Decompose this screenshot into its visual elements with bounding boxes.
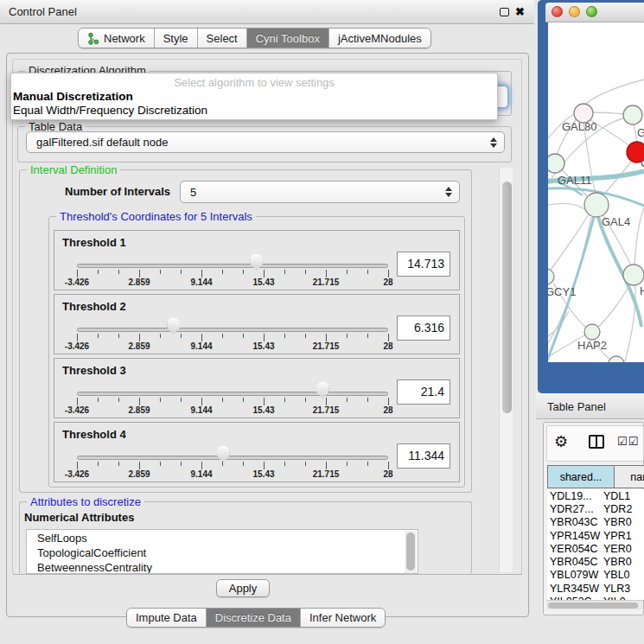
tab-infer-network[interactable]: Infer Network	[301, 609, 385, 627]
column-header-shared-name[interactable]: shared...	[547, 465, 614, 488]
threshold-1-slider-track[interactable]	[77, 264, 388, 268]
major-tick	[201, 270, 202, 277]
threshold-2-value-field[interactable]: 6.316	[397, 316, 450, 341]
axis-tick-label: -3.426	[65, 405, 89, 415]
minor-tick	[367, 334, 368, 338]
settings-scrollbar[interactable]	[499, 168, 513, 572]
node-h[interactable]	[623, 265, 644, 285]
threshold-4-slider-track[interactable]	[77, 456, 388, 460]
numerical-attributes-list[interactable]: SelfLoopsTopologicalCoefficientBetweenne…	[26, 529, 418, 574]
label-gcy1: GCY1	[548, 285, 576, 298]
combo-stepper-icon	[445, 187, 452, 197]
tab-style[interactable]: Style	[155, 29, 198, 48]
zoom-traffic-light-icon[interactable]	[586, 6, 597, 17]
threshold-4-value-field[interactable]: 11.344	[397, 443, 450, 469]
slider-tick-labels: -3.4262.8599.14415.4321.71528	[77, 405, 388, 417]
column-layout-icon[interactable]	[589, 435, 604, 449]
list-scrollbar[interactable]	[405, 531, 417, 574]
table-row[interactable]: YPR145WYPR1	[547, 529, 644, 542]
table-cell: YPR145W	[547, 530, 602, 542]
thresholds-group-title: Threshold's Coordinates for 5 Intervals	[56, 210, 256, 223]
major-tick	[326, 462, 327, 469]
gear-icon[interactable]: ⚙	[554, 432, 568, 451]
threshold-3-label: Threshold 3	[62, 364, 126, 377]
label-clipped-h: H	[640, 284, 644, 297]
minor-tick	[222, 270, 223, 274]
table-horizontal-scrollbar[interactable]	[546, 600, 643, 609]
node-gal11[interactable]	[548, 154, 564, 173]
algorithm-option[interactable]: Equal Width/Frequency Discretization	[13, 104, 207, 117]
minor-tick	[367, 270, 368, 274]
major-tick	[77, 270, 78, 277]
attribute-list-item[interactable]: BetweennessCentrality	[27, 559, 418, 574]
label-clipped-ga: GA	[637, 126, 644, 139]
algorithm-option[interactable]: Manual Discretization	[13, 90, 133, 103]
table-row[interactable]: YER054CYER0	[547, 542, 644, 555]
table-rows[interactable]: YDL19...YDL1YDR27...YDR2YBR043CYBR0YPR14…	[547, 489, 644, 600]
table-row[interactable]: YLR345WYLR3	[547, 582, 644, 595]
network-graph[interactable]: GAL80 GA C GAL11 GAL4 GCY1 H HAP2	[548, 22, 644, 362]
table-row[interactable]: YBR045CYBR0	[547, 555, 644, 568]
axis-tick-label: 15.43	[252, 405, 274, 415]
major-tick	[388, 270, 389, 277]
major-tick	[139, 398, 140, 405]
number-of-intervals-value: 5	[190, 186, 196, 199]
minor-tick	[181, 398, 182, 402]
minor-tick	[243, 462, 244, 466]
tab-network[interactable]: Network	[79, 29, 155, 48]
checkbox-icons[interactable]: ☑☑	[617, 435, 639, 448]
table-row[interactable]: YDR27...YDR2	[547, 502, 644, 515]
major-tick	[388, 462, 389, 469]
float-window-icon[interactable]	[500, 8, 509, 16]
minor-tick	[305, 270, 306, 274]
table-row[interactable]: YBR043CYBR0	[547, 516, 644, 529]
major-tick	[388, 398, 389, 405]
major-tick	[139, 334, 140, 341]
tab-discretize-data[interactable]: Discretize Data	[207, 609, 301, 627]
axis-tick-label: 15.43	[252, 341, 274, 351]
threshold-2-slider-track[interactable]	[77, 328, 388, 332]
table-horizontal-scrollbar-thumb[interactable]	[548, 603, 638, 609]
major-tick	[264, 270, 265, 277]
major-tick	[388, 334, 389, 341]
table-cell: YBL079W	[547, 569, 602, 581]
tab-impute-data[interactable]: Impute Data	[127, 609, 207, 627]
minor-tick	[98, 462, 99, 466]
node-top-right[interactable]	[623, 105, 642, 124]
slider-tick-labels: -3.4262.8599.14415.4321.71528	[77, 469, 388, 481]
list-scrollbar-thumb[interactable]	[406, 532, 415, 571]
table-row[interactable]: YDL19...YDL1	[547, 489, 644, 502]
tab-style-label: Style	[163, 32, 188, 45]
apply-button[interactable]: Apply	[216, 579, 270, 597]
settings-scrollbar-thumb[interactable]	[502, 182, 512, 413]
attribute-list-item[interactable]: SelfLoops	[27, 530, 418, 545]
tab-jactivemnodules[interactable]: jActiveMNodules	[329, 29, 430, 48]
screen: Control Panel ✖ Network Style Select Cyn…	[0, 0, 644, 644]
number-of-intervals-combobox[interactable]: 5	[180, 181, 460, 203]
table-row[interactable]: YBL079WYBL0	[547, 569, 644, 582]
threshold-3-slider-track[interactable]	[77, 392, 388, 396]
minor-tick	[118, 462, 119, 466]
node-hap2[interactable]	[584, 324, 600, 340]
column-header-name[interactable]: name	[614, 465, 644, 488]
tab-cyni-toolbox[interactable]: Cyni Toolbox	[247, 29, 329, 48]
attribute-list-item[interactable]: TopologicalCoefficient	[27, 545, 418, 559]
threshold-1-slider-thumb[interactable]	[250, 254, 263, 271]
tab-select[interactable]: Select	[198, 29, 247, 48]
table-data-combobox[interactable]: galFiltered.sif default node	[26, 131, 505, 153]
major-tick	[264, 398, 265, 405]
threshold-1-value-field[interactable]: 14.713	[397, 252, 450, 277]
threshold-2-slider-thumb[interactable]	[167, 318, 180, 335]
close-traffic-light-icon[interactable]	[552, 6, 563, 17]
table-cell: YDL1	[602, 490, 644, 502]
close-icon[interactable]: ✖	[515, 5, 525, 18]
minor-tick	[305, 462, 306, 466]
node-gcy1[interactable]	[548, 269, 554, 284]
node-bottom-partial[interactable]	[609, 356, 624, 362]
minimize-traffic-light-icon[interactable]	[569, 6, 580, 17]
threshold-3-slider-thumb[interactable]	[316, 382, 329, 399]
node-gal4[interactable]	[584, 193, 609, 217]
threshold-4-slider-thumb[interactable]	[217, 446, 230, 462]
axis-tick-label: 28	[383, 277, 392, 287]
threshold-3-value-field[interactable]: 21.4	[397, 379, 450, 405]
